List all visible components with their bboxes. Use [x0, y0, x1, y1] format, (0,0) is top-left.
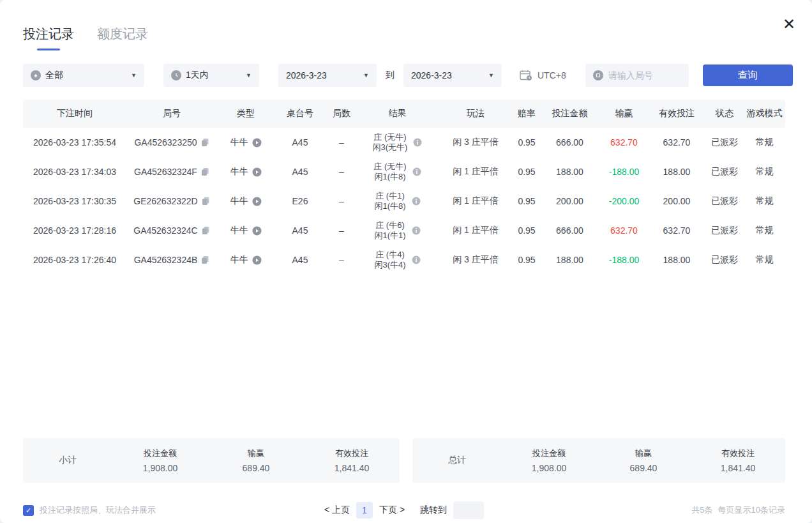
cell-winloss: -188.00: [600, 255, 648, 265]
total-valid-bet-label: 有效投注: [691, 448, 785, 459]
col-header-odds: 赔率: [514, 108, 539, 119]
jump-to-label: 跳转到: [420, 504, 447, 516]
current-page-indicator[interactable]: 1: [356, 502, 373, 519]
table-row: 2026-03-23 17:35:54 GA4526323250 牛牛 A45 …: [23, 128, 785, 157]
info-icon[interactable]: [412, 167, 421, 176]
cell-bet-amount: 666.00: [539, 225, 600, 236]
col-header-round-id: 局号: [126, 108, 217, 119]
type-text: 牛牛: [230, 137, 248, 148]
cell-status: 已派彩: [705, 195, 744, 207]
copy-icon[interactable]: [201, 255, 209, 264]
cell-odds: 0.95: [514, 225, 539, 236]
copy-icon[interactable]: [202, 226, 210, 235]
cell-rounds: –: [326, 225, 357, 236]
subtotal-valid-bet: 有效投注 1,841.40: [304, 448, 400, 473]
copy-icon[interactable]: [201, 167, 209, 176]
info-icon[interactable]: [412, 255, 421, 264]
time-range-select[interactable]: 1天内 ▼: [163, 64, 259, 87]
result-banker: 庄 (牛1): [374, 191, 405, 201]
result-player: 闲3(无牛): [373, 142, 408, 153]
play-video-icon[interactable]: [252, 138, 262, 148]
play-video-icon[interactable]: [252, 197, 262, 206]
info-icon[interactable]: [412, 197, 421, 206]
table-row: 2026-03-23 17:34:03 GA452632324F 牛牛 A45 …: [23, 157, 785, 186]
close-icon[interactable]: ✕: [783, 17, 795, 32]
prev-page-button[interactable]: < 上页: [324, 504, 350, 516]
total-winloss-value: 689.40: [596, 463, 691, 473]
time-range-select-value: 1天内: [186, 70, 209, 81]
cell-result: 庄 (牛4) 闲3(牛4): [357, 250, 437, 271]
col-header-table-no: 桌台号: [274, 108, 326, 119]
subtotal-bet-amount-value: 1,908.00: [112, 463, 208, 473]
round-id-text: GE262632322D: [133, 196, 197, 206]
cell-bet-amount: 200.00: [539, 196, 600, 206]
round-id-text: GA4526323250: [134, 137, 197, 148]
total-bet-amount-value: 1,908.00: [502, 463, 596, 473]
col-header-status: 状态: [705, 108, 744, 119]
total-valid-bet-value: 1,841.40: [691, 463, 785, 473]
table-header-row: 下注时间 局号 类型 桌台号 局数 结果 玩法 赔率 投注金额 输赢 有效投注 …: [23, 100, 785, 128]
result-player: 闲3(牛4): [374, 260, 405, 270]
cell-valid-bet: 188.00: [648, 255, 705, 265]
game-type-select-value: 全部: [45, 70, 63, 81]
date-to-picker[interactable]: 2026-3-23 ▼: [403, 64, 502, 87]
cell-bet-time: 2026-03-23 17:35:54: [23, 137, 126, 148]
cell-rounds: –: [326, 255, 357, 265]
merge-checkbox-label: 投注记录按照局、玩法合并展示: [40, 504, 156, 516]
cell-bet-time: 2026-03-23 17:26:40: [23, 255, 126, 265]
per-page-text: 每页显示10条记录: [718, 504, 785, 516]
cell-table-no: A45: [274, 167, 326, 177]
subtotal-winloss-value: 689.40: [208, 463, 304, 473]
play-video-icon[interactable]: [252, 255, 262, 265]
cell-bet-amount: 188.00: [539, 167, 600, 177]
cell-round-id: GA452632324B: [126, 255, 217, 265]
col-header-bet-time: 下注时间: [23, 108, 126, 119]
cell-game-mode: 常规: [744, 166, 785, 178]
round-number-icon: [593, 70, 603, 80]
tab-quota-records[interactable]: 额度记录: [97, 26, 148, 50]
copy-icon[interactable]: [201, 138, 209, 147]
result-banker: 庄 (无牛): [373, 162, 406, 172]
play-video-icon[interactable]: [252, 226, 262, 236]
game-type-select[interactable]: ♠ 全部 ▼: [23, 64, 144, 87]
cell-odds: 0.95: [514, 137, 539, 148]
table-row: 2026-03-23 17:28:16 GA452632324C 牛牛 A45 …: [23, 216, 785, 245]
jump-to-page-input[interactable]: [453, 501, 484, 519]
merge-checkbox[interactable]: ✓: [23, 505, 34, 516]
round-number-input[interactable]: [608, 70, 679, 80]
chevron-down-icon: ▼: [488, 72, 494, 79]
cell-result: 庄 (无牛) 闲3(无牛): [357, 132, 437, 153]
cell-result: 庄 (牛1) 闲1(牛8): [357, 191, 437, 212]
cell-bet-amount: 188.00: [539, 255, 600, 265]
round-id-text: GA452632324F: [134, 167, 197, 177]
play-video-icon[interactable]: [252, 167, 262, 177]
cell-table-no: A45: [274, 255, 326, 265]
type-text: 牛牛: [230, 254, 248, 266]
next-page-button[interactable]: 下页 >: [379, 504, 405, 516]
info-icon[interactable]: [412, 226, 421, 235]
cell-valid-bet: 188.00: [648, 167, 705, 177]
query-button[interactable]: 查询: [703, 64, 793, 86]
date-from-picker[interactable]: 2026-3-23 ▼: [278, 64, 377, 87]
result-player: 闲1(牛1): [374, 231, 405, 241]
col-header-rounds: 局数: [326, 108, 357, 119]
total-bet-amount: 投注金额 1,908.00: [502, 448, 596, 473]
cell-winloss: -188.00: [600, 167, 648, 177]
cell-bet-amount: 666.00: [539, 137, 600, 148]
subtotal-winloss-label: 输赢: [208, 448, 304, 459]
chevron-down-icon: ▼: [246, 72, 252, 79]
cell-type: 牛牛: [217, 254, 274, 266]
cell-status: 已派彩: [705, 137, 744, 148]
cell-type: 牛牛: [217, 166, 274, 178]
result-banker: 庄 (牛4): [374, 250, 405, 260]
calendar-clock-icon: [520, 70, 532, 81]
round-id-text: GA452632324B: [134, 255, 198, 265]
cell-valid-bet: 200.00: [648, 196, 705, 206]
info-icon[interactable]: [413, 138, 422, 147]
tab-betting-records[interactable]: 投注记录: [23, 26, 74, 50]
cell-round-id: GA452632324C: [126, 225, 217, 236]
subtotal-winloss: 输赢 689.40: [208, 448, 304, 473]
copy-icon[interactable]: [202, 197, 210, 206]
subtotal-bet-amount: 投注金额 1,908.00: [112, 448, 208, 473]
cell-type: 牛牛: [217, 195, 274, 207]
